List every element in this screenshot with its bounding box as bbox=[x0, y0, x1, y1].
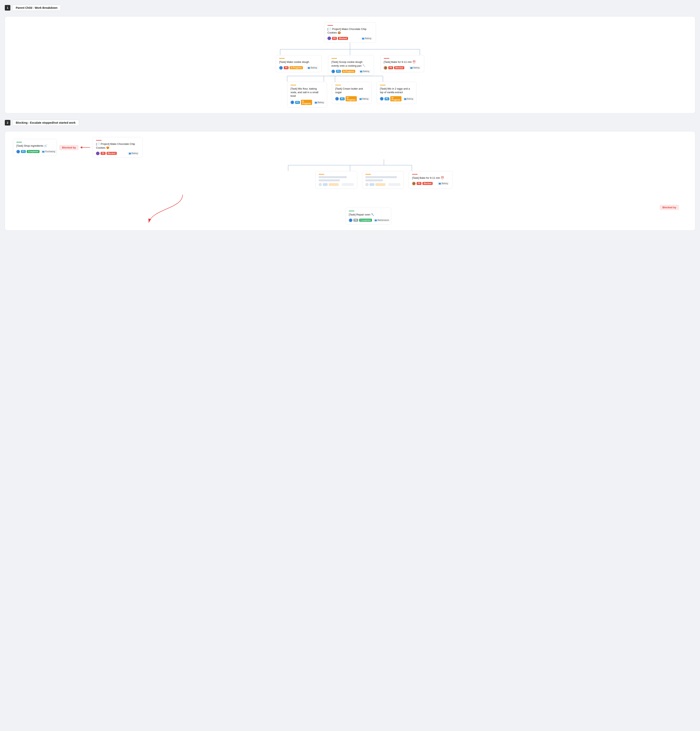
s2-project-title: [📄 Project] Make Chocolate Chip Cookies … bbox=[96, 142, 139, 150]
l2-card-2-footer: 👤 P1 In Progress 👥 Baking bbox=[332, 70, 371, 73]
l2-card-3-team-label: Baking bbox=[413, 67, 420, 69]
l3-card-2-team: 👥 Baking bbox=[358, 97, 370, 100]
s2-shop-accent bbox=[16, 142, 22, 142]
s2-blurred-2-line2 bbox=[365, 179, 383, 181]
s2-blurred-1-footer-left bbox=[318, 183, 339, 186]
root-team: 👥 Baking bbox=[361, 37, 373, 40]
l3-card-1-avatar: 👤 bbox=[291, 101, 294, 104]
s2-project-card[interactable]: [📄 Project] Make Chocolate Chip Cookies … bbox=[92, 137, 142, 158]
l3-card-3[interactable]: [Task] Mix in 2 eggs and a tsp of vanill… bbox=[377, 82, 417, 104]
s2-project-accent bbox=[96, 140, 101, 141]
s2-repair-card[interactable]: [Task] Repair oven 🔧 👤 P2 Completed 👥 Ma… bbox=[345, 208, 391, 225]
l3-card-1-team-icon: 👥 bbox=[315, 101, 317, 104]
s2-bake-team-icon: 👥 bbox=[439, 182, 441, 185]
s2-repair-title: [Task] Repair oven 🔧 bbox=[349, 213, 388, 216]
l3-card-3-team-icon: 👥 bbox=[404, 98, 406, 100]
s2-shop-team-icon: 👥 bbox=[42, 150, 44, 153]
s2-project-team-label: Baking bbox=[132, 152, 138, 154]
s2-l2-branch: [Task] Bake for 9-11 min ⏰ 👤 P0 Blocked … bbox=[9, 165, 691, 189]
l2-card-2-team: 👥 Baking bbox=[359, 70, 371, 73]
root-footer-left: 👤 P0 Blocked bbox=[327, 37, 348, 40]
l2-card-1[interactable]: [Task] Make cookie dough 👤 P0 In Progres… bbox=[276, 55, 322, 72]
l2-card-3-status: Blocked bbox=[394, 66, 404, 69]
root-team-label: Baking bbox=[365, 37, 371, 40]
s2-blurred-2-priority bbox=[370, 183, 374, 186]
l3-card-3-title: [Task] Mix in 2 eggs and a tsp of vanill… bbox=[380, 87, 413, 94]
root-priority: P0 bbox=[332, 37, 337, 40]
l2-card-2-team-icon: 👥 bbox=[360, 70, 362, 72]
section-2-title: Blocking - Escalate stopped/not started … bbox=[12, 120, 79, 126]
s2-shop-status: Completed bbox=[27, 150, 40, 153]
l2-card-3[interactable]: [Task] Bake for 9-11 min ⏰ 👤 P0 Blocked … bbox=[380, 55, 424, 72]
root-team-icon: 👥 bbox=[362, 37, 364, 40]
l3-card-2-footer-left: 👤 P1 In Progress bbox=[335, 96, 357, 101]
s2-shop-priority: P1 bbox=[21, 150, 26, 153]
section-2: 2 Blocking - Escalate stopped/not starte… bbox=[5, 120, 695, 230]
section-1-header: 1 Parent Child - Work Breakdown bbox=[5, 5, 695, 11]
l2-card-1-team-icon: 👥 bbox=[308, 67, 310, 69]
l2-svg bbox=[280, 49, 420, 55]
s2-blocked-row: [Task] Shop ingredients 🛒 👤 P1 Completed… bbox=[9, 137, 691, 158]
l3-card-1-accent bbox=[291, 85, 296, 85]
s2-bake-title: [Task] Bake for 9-11 min ⏰ bbox=[412, 176, 449, 180]
l3-card-2[interactable]: [Task] Cream butter and sugar 👤 P1 In Pr… bbox=[332, 82, 372, 104]
arrow-head-1 bbox=[80, 146, 82, 149]
s2-project-footer-left: 👤 P0 Blocked bbox=[96, 152, 116, 155]
l2-card-3-team-icon: 👥 bbox=[410, 67, 413, 69]
l2-card-1-footer-left: 👤 P0 In Progress bbox=[279, 66, 303, 70]
l2-card-3-footer-left: 👤 P0 Blocked bbox=[384, 66, 404, 70]
l3-branch: [Task] Mix flour, baking soda, and salt … bbox=[283, 76, 417, 108]
l3-card-1[interactable]: [Task] Mix flour, baking soda, and salt … bbox=[287, 82, 327, 108]
l2-card-3-footer: 👤 P0 Blocked 👥 Baking bbox=[384, 66, 421, 70]
l3-card-2-accent bbox=[335, 85, 341, 85]
s2-project-priority: P0 bbox=[101, 152, 106, 155]
root-card[interactable]: [📄 Project] Make Chocolate Chip Cookies … bbox=[324, 22, 376, 43]
s2-shop-footer-left: 👤 P1 Completed bbox=[16, 150, 40, 153]
root-footer: 👤 P0 Blocked 👥 Baking bbox=[327, 37, 373, 40]
s2-bake-team-label: Baking bbox=[442, 182, 448, 185]
l3-card-1-team: 👥 Baking bbox=[313, 101, 325, 104]
s2-repair-team: 👥 Maintenance bbox=[373, 219, 390, 222]
s2-blurred-card-1 bbox=[315, 171, 357, 189]
l3-card-3-priority: P1 bbox=[384, 97, 389, 100]
s2-vline bbox=[384, 159, 384, 165]
l3-card-3-status: In Progress bbox=[390, 96, 401, 101]
l2-card-2-accent bbox=[332, 58, 337, 59]
l2-cards-row: [Task] Make cookie dough 👤 P0 In Progres… bbox=[276, 55, 424, 76]
s2-shop-team: 👥 Purchasing bbox=[41, 150, 56, 153]
s2-blurred-2-status bbox=[375, 183, 385, 186]
s2-project-team-icon: 👥 bbox=[129, 152, 131, 154]
l2-card-3-accent bbox=[384, 58, 389, 59]
s2-bake-avatar: 👤 bbox=[412, 182, 416, 185]
s2-bake-card[interactable]: [Task] Bake for 9-11 min ⏰ 👤 P0 Blocked … bbox=[409, 171, 453, 189]
section-1-diagram: [📄 Project] Make Chocolate Chip Cookies … bbox=[5, 16, 695, 113]
s2-repair-team-label: Maintenance bbox=[377, 219, 389, 221]
s2-blurred-2-accent bbox=[365, 174, 371, 175]
section-1: 1 Parent Child - Work Breakdown [📄 Proje… bbox=[5, 5, 695, 113]
l3-card-2-team-label: Baking bbox=[362, 98, 368, 100]
l3-card-1-status: In Progress bbox=[301, 100, 312, 105]
root-status: Blocked bbox=[338, 37, 348, 40]
blocked-by-label-1: Blocked by bbox=[59, 145, 79, 150]
s2-blurred-1-accent bbox=[318, 174, 324, 175]
l2-card-2[interactable]: [Task] Scoop cookie dough evenly onto a … bbox=[328, 55, 374, 76]
l3-card-2-team-icon: 👥 bbox=[360, 98, 362, 100]
l3-card-1-footer: 👤 P1 In Progress 👥 Baking bbox=[291, 100, 324, 105]
s2-shop-card[interactable]: [Task] Shop ingredients 🛒 👤 P1 Completed… bbox=[13, 139, 57, 156]
s2-curve-path bbox=[149, 195, 183, 223]
l3-card-1-footer-left: 👤 P1 In Progress bbox=[291, 100, 312, 105]
section-1-number: 1 bbox=[5, 5, 10, 10]
l3-card-3-accent bbox=[380, 85, 386, 85]
s2-repair-team-icon: 👥 bbox=[374, 219, 377, 221]
s2-blurred-card-2 bbox=[362, 171, 404, 189]
s2-blurred-2-team bbox=[389, 183, 401, 186]
root-avatar: 👤 bbox=[327, 37, 331, 40]
s2-l2-cards-row: [Task] Bake for 9-11 min ⏰ 👤 P0 Blocked … bbox=[315, 171, 453, 189]
l3-card-1-title: [Task] Mix flour, baking soda, and salt … bbox=[291, 87, 324, 98]
root-accent bbox=[327, 25, 333, 26]
l3-card-1-team-label: Baking bbox=[318, 101, 324, 104]
s2-blurred-1-status bbox=[329, 183, 339, 186]
l2-card-2-footer-left: 👤 P1 In Progress bbox=[332, 70, 355, 73]
l3-cards-row: [Task] Mix flour, baking soda, and salt … bbox=[283, 82, 417, 108]
s2-blurred-1-priority bbox=[323, 183, 328, 186]
